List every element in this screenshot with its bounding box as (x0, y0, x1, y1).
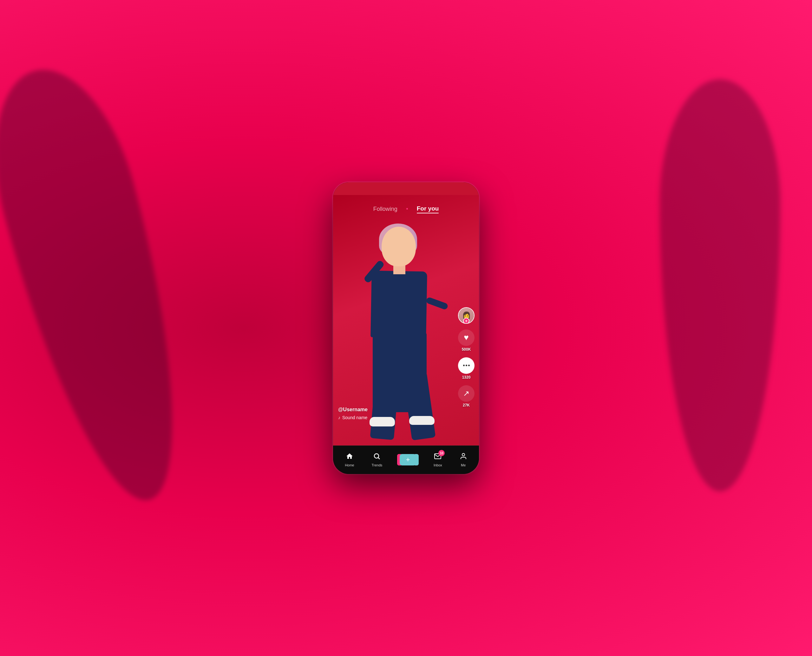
svg-point-2 (462, 453, 465, 456)
plus-icon: + (406, 456, 410, 464)
nav-item-inbox[interactable]: 10 Inbox (429, 450, 446, 470)
inbox-label: Inbox (434, 463, 442, 467)
top-navigation: Following For you (333, 195, 479, 218)
share-icon: ↗ (463, 389, 470, 398)
avatar-action-item: 👩 + (458, 307, 474, 324)
home-label: Home (345, 463, 354, 467)
comment-action-item: 1320 (458, 357, 474, 379)
like-button[interactable]: ♥ (458, 330, 474, 346)
username-label[interactable]: @Username (338, 407, 367, 413)
inbox-badge-count: 10 (439, 450, 445, 456)
nav-item-home[interactable]: Home (340, 450, 358, 470)
nav-item-create[interactable]: + (395, 452, 421, 468)
nav-item-me[interactable]: Me (455, 450, 472, 470)
like-action-item: ♥ 500K (458, 330, 474, 352)
music-note-icon: ♪ (338, 415, 340, 420)
trends-label: Trends (372, 463, 383, 467)
sound-row[interactable]: ♪ Sound name (338, 415, 367, 420)
comment-dots-icon (463, 365, 470, 366)
share-action-item: ↗ 27K (458, 385, 474, 407)
heart-icon: ♥ (464, 333, 468, 342)
like-count: 500K (462, 347, 471, 352)
avatar-button[interactable]: 👩 + (458, 307, 474, 324)
comment-button[interactable] (458, 357, 474, 374)
share-count: 27K (463, 403, 470, 407)
svg-point-0 (374, 454, 379, 458)
svg-line-1 (378, 458, 380, 459)
profile-icon (460, 452, 467, 462)
video-area[interactable]: Following For you 👩 + ♥ 500K (333, 195, 479, 446)
me-label: Me (461, 463, 466, 467)
dancer-figure (354, 224, 449, 427)
search-icon (373, 452, 381, 462)
status-bar (333, 182, 479, 195)
action-bar: 👩 + ♥ 500K 13 (458, 307, 474, 407)
inbox-badge-wrapper: 10 (434, 452, 442, 462)
home-icon (346, 452, 353, 462)
video-info: @Username ♪ Sound name (338, 407, 367, 420)
tab-for-you[interactable]: For you (414, 204, 442, 215)
create-button[interactable]: + (400, 454, 416, 466)
phone-frame: Following For you 👩 + ♥ 500K (333, 182, 479, 474)
sound-name: Sound name (342, 415, 367, 420)
nav-dot (406, 208, 408, 210)
tab-following[interactable]: Following (371, 204, 400, 214)
comment-count: 1320 (462, 375, 471, 379)
share-button[interactable]: ↗ (458, 385, 474, 402)
nav-item-trends[interactable]: Trends (367, 450, 387, 470)
bottom-navigation: Home Trends + (333, 446, 479, 474)
follow-plus-badge: + (463, 318, 470, 324)
